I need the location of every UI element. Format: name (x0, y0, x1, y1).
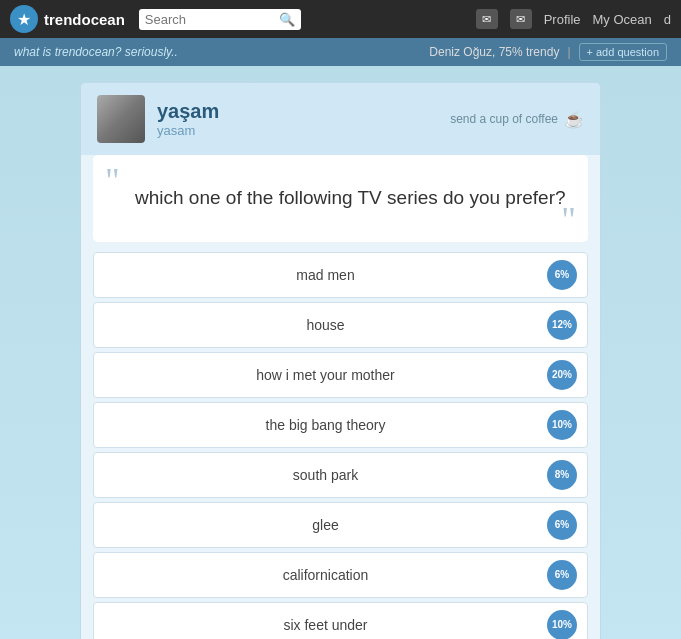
logo-area: ★ trendocean (10, 5, 125, 33)
poll-option[interactable]: six feet under10% (93, 602, 588, 639)
option-pct: 6% (547, 510, 577, 540)
notifications-icon-btn[interactable]: ✉ (510, 9, 532, 29)
option-label: californication (104, 567, 547, 583)
option-label: glee (104, 517, 547, 533)
myocean-link[interactable]: My Ocean (593, 12, 652, 27)
subbar-sep: | (567, 45, 570, 59)
nav-right: ✉ ✉ Profile My Ocean d (476, 9, 671, 29)
option-pct: 10% (547, 410, 577, 440)
tagline: what is trendocean? seriously.. (14, 45, 178, 59)
username-sub[interactable]: yasam (157, 123, 219, 138)
card-header: yaşam yasam send a cup of coffee ☕ (81, 83, 600, 155)
option-label: south park (104, 467, 547, 483)
search-input[interactable] (145, 12, 275, 27)
option-pct: 20% (547, 360, 577, 390)
option-label: house (104, 317, 547, 333)
option-label: six feet under (104, 617, 547, 633)
main-content: yaşam yasam send a cup of coffee ☕ " whi… (0, 66, 681, 639)
option-pct: 10% (547, 610, 577, 639)
option-pct: 12% (547, 310, 577, 340)
send-coffee-btn[interactable]: send a cup of coffee ☕ (450, 110, 584, 129)
search-bar: 🔍 (139, 9, 301, 30)
poll-option[interactable]: how i met your mother20% (93, 352, 588, 398)
messages-icon-btn[interactable]: ✉ (476, 9, 498, 29)
poll-option[interactable]: house12% (93, 302, 588, 348)
post-card: yaşam yasam send a cup of coffee ☕ " whi… (80, 82, 601, 639)
poll-option[interactable]: the big bang theory10% (93, 402, 588, 448)
poll-option[interactable]: californication6% (93, 552, 588, 598)
user-names: yaşam yasam (157, 100, 219, 138)
option-label: mad men (104, 267, 547, 283)
profile-link[interactable]: Profile (544, 12, 581, 27)
open-quote-icon: " (105, 163, 120, 199)
subbar-right: Deniz Oğuz, 75% trendy | + add question (429, 43, 667, 61)
poll-option[interactable]: glee6% (93, 502, 588, 548)
user-info: yaşam yasam (97, 95, 219, 143)
subbar: what is trendocean? seriously.. Deniz Oğ… (0, 38, 681, 66)
option-pct: 6% (547, 260, 577, 290)
option-pct: 8% (547, 460, 577, 490)
avatar (97, 95, 145, 143)
logo-star-icon: ★ (10, 5, 38, 33)
close-quote-icon: " (561, 202, 576, 238)
option-label: the big bang theory (104, 417, 547, 433)
option-pct: 6% (547, 560, 577, 590)
navbar: ★ trendocean 🔍 ✉ ✉ Profile My Ocean d (0, 0, 681, 38)
quote-block: " which one of the following TV series d… (93, 155, 588, 242)
poll-options: mad men6%house12%how i met your mother20… (93, 252, 588, 639)
option-label: how i met your mother (104, 367, 547, 383)
poll-option[interactable]: south park8% (93, 452, 588, 498)
coffee-icon: ☕ (564, 110, 584, 129)
search-button[interactable]: 🔍 (279, 12, 295, 27)
add-question-button[interactable]: + add question (579, 43, 667, 61)
poll-option[interactable]: mad men6% (93, 252, 588, 298)
avatar-image (97, 95, 145, 143)
dropdown-link[interactable]: d (664, 12, 671, 27)
question-text: which one of the following TV series do … (111, 169, 570, 228)
username-main[interactable]: yaşam (157, 100, 219, 123)
logo-text: trendocean (44, 11, 125, 28)
send-coffee-label: send a cup of coffee (450, 112, 558, 126)
subbar-user: Deniz Oğuz, 75% trendy (429, 45, 559, 59)
